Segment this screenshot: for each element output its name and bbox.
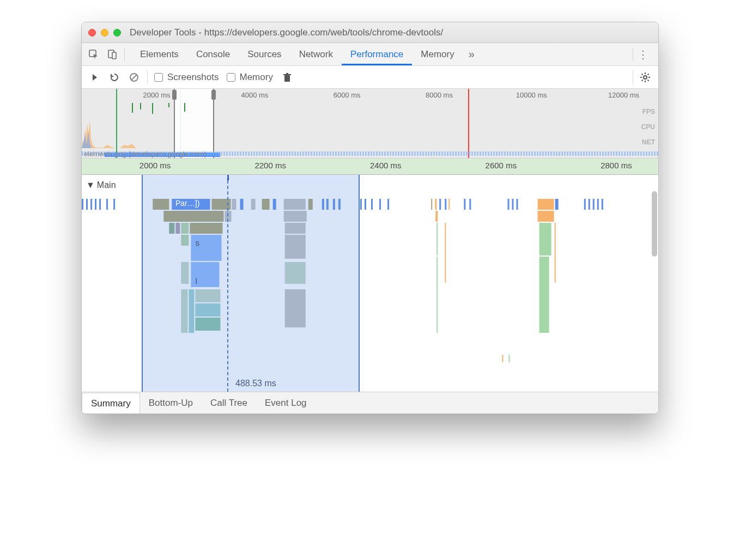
traffic-lights [88, 29, 121, 36]
device-toolbar-icon[interactable] [106, 48, 119, 61]
svg-rect-79 [436, 257, 438, 333]
maximize-icon[interactable] [113, 29, 121, 36]
performance-toolbar: Screenshots Memory [82, 66, 658, 89]
reload-record-icon[interactable] [108, 71, 121, 84]
tab-elements[interactable]: Elements [131, 43, 187, 65]
ruler-tick: 2400 ms [370, 161, 402, 170]
svg-rect-48 [584, 199, 586, 210]
garbage-collect-icon[interactable] [281, 71, 294, 84]
overview-tick: 12000 ms [608, 91, 639, 99]
flame-chart[interactable]: ▼ Main 488.53 ms [82, 175, 658, 392]
svg-rect-81 [445, 223, 446, 283]
svg-rect-51 [597, 199, 599, 210]
record-icon[interactable] [88, 71, 101, 84]
more-tabs-icon[interactable]: » [463, 48, 480, 60]
svg-rect-83 [502, 355, 503, 362]
svg-rect-84 [509, 355, 510, 362]
svg-rect-49 [589, 199, 590, 210]
svg-rect-39 [445, 199, 446, 210]
svg-rect-9 [82, 199, 136, 210]
svg-rect-34 [379, 199, 381, 210]
devtools-window: Developer Tools - https://developers.goo… [81, 22, 659, 414]
detail-ruler[interactable]: 2000 ms 2200 ms 2400 ms 2600 ms 2800 ms … [82, 159, 658, 175]
svg-rect-32 [365, 199, 366, 210]
overview-metric-labels: FPS CPU NET [641, 104, 655, 150]
tab-sources[interactable]: Sources [239, 43, 290, 65]
selection-duration: 488.53 ms [235, 379, 276, 388]
svg-rect-50 [593, 199, 595, 210]
screenshots-label: Screenshots [167, 72, 219, 83]
svg-rect-16 [113, 199, 115, 210]
flame-task-label: Par…]) [175, 199, 199, 208]
tab-memory[interactable]: Memory [412, 43, 463, 65]
svg-rect-36 [431, 199, 432, 210]
panel-tabs: Elements Console Sources Network Perform… [131, 43, 463, 65]
ruler-tick: 2800 ms [601, 161, 632, 170]
svg-rect-64 [539, 223, 551, 255]
svg-rect-15 [106, 199, 108, 210]
tab-call-tree[interactable]: Call Tree [202, 392, 256, 413]
tab-bottom-up[interactable]: Bottom-Up [140, 392, 202, 413]
svg-rect-52 [602, 199, 603, 210]
svg-rect-57 [538, 211, 554, 222]
svg-rect-45 [517, 199, 518, 210]
svg-rect-46 [538, 199, 554, 210]
svg-rect-11 [86, 199, 88, 210]
kebab-menu-icon[interactable]: ⋮ [633, 48, 653, 61]
overview-tick: 8000 ms [426, 91, 453, 99]
svg-rect-7 [286, 73, 288, 74]
tab-console[interactable]: Console [187, 43, 239, 65]
details-tabs: Summary Bottom-Up Call Tree Event Log [82, 392, 658, 413]
ruler-tick: 2200 ms [254, 161, 286, 170]
svg-rect-14 [99, 199, 101, 210]
settings-gear-icon[interactable] [639, 71, 652, 84]
overview-tick: 2000 ms [143, 91, 171, 99]
svg-rect-63 [436, 223, 438, 255]
svg-rect-31 [360, 199, 362, 210]
svg-rect-13 [95, 199, 96, 210]
titlebar: Developer Tools - https://developers.goo… [82, 22, 658, 43]
svg-rect-42 [469, 199, 471, 210]
cpu-label: CPU [641, 119, 655, 135]
svg-point-8 [644, 76, 647, 79]
svg-rect-80 [539, 257, 549, 333]
tab-network[interactable]: Network [290, 43, 342, 65]
scrollbar-thumb[interactable] [652, 191, 657, 257]
memory-checkbox[interactable]: Memory [227, 72, 273, 83]
svg-rect-56 [435, 211, 438, 222]
svg-rect-41 [464, 199, 465, 210]
svg-rect-33 [371, 199, 373, 210]
svg-rect-40 [448, 199, 450, 210]
svg-rect-6 [283, 74, 291, 75]
overview-timeline[interactable]: 2000 ms 4000 ms 6000 ms 8000 ms 10000 ms… [82, 89, 658, 159]
net-label: NET [641, 135, 655, 150]
memory-label: Memory [240, 72, 273, 83]
panel-tabs-row: Elements Console Sources Network Perform… [82, 43, 658, 66]
overview-tick: 4000 ms [241, 91, 268, 99]
overview-tick: 6000 ms [333, 91, 361, 99]
svg-rect-43 [508, 199, 509, 210]
svg-rect-5 [284, 75, 290, 82]
tab-event-log[interactable]: Event Log [256, 392, 316, 413]
minimize-icon[interactable] [101, 29, 108, 36]
inspect-element-icon[interactable] [87, 48, 100, 61]
svg-rect-38 [439, 199, 441, 210]
close-icon[interactable] [88, 29, 96, 36]
clear-icon[interactable] [128, 71, 141, 84]
svg-rect-44 [512, 199, 514, 210]
svg-rect-82 [555, 223, 556, 283]
net-request-label: elements.png (developers.google.com) [84, 150, 207, 158]
window-title: Developer Tools - https://developers.goo… [130, 27, 443, 38]
svg-rect-10 [82, 199, 83, 210]
ruler-tick: 2000 ms [139, 161, 171, 170]
svg-rect-37 [435, 199, 436, 210]
tab-performance[interactable]: Performance [342, 43, 412, 65]
ruler-tick: 2600 ms [486, 161, 517, 170]
tab-summary[interactable]: Summary [82, 393, 140, 414]
svg-rect-47 [555, 199, 559, 210]
fps-label: FPS [641, 104, 655, 119]
screenshots-checkbox[interactable]: Screenshots [154, 72, 219, 83]
svg-rect-12 [90, 199, 92, 210]
svg-rect-35 [387, 199, 389, 210]
svg-line-4 [131, 75, 137, 80]
